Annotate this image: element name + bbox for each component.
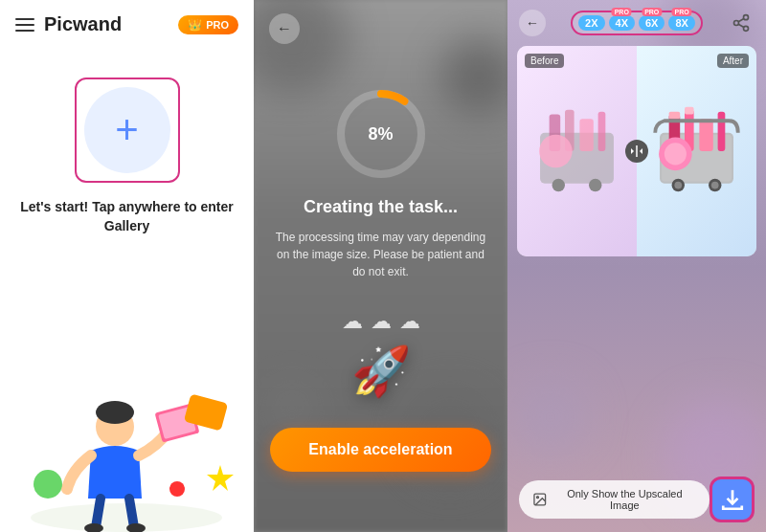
panel2-main-content: 8% Creating the task... The processing t… [254,57,507,472]
scale-option-4x[interactable]: 4X [609,15,635,31]
svg-point-23 [539,135,573,168]
svg-point-37 [674,182,682,189]
svg-point-25 [589,179,601,191]
svg-rect-33 [685,107,694,115]
before-illustration [517,46,637,256]
svg-point-15 [744,26,749,31]
svg-point-39 [711,182,719,189]
panel3-bottom-bar: Only Show the Upscaled Image [507,467,766,532]
rocket-icon: 🚀 [351,344,411,399]
panel-home: Picwand 👑 PRO + Let's start! Tap anywher… [0,0,254,532]
svg-rect-22 [598,112,606,151]
cloud-icon-3: ☁ [399,309,420,334]
back-arrow-icon: ← [277,20,292,37]
panel-result: ← 2X 4X 6X 8X [507,0,766,532]
svg-point-42 [537,497,539,499]
download-button[interactable] [710,477,755,522]
svg-point-24 [552,179,565,191]
enable-acceleration-button[interactable]: Enable acceleration [270,428,490,472]
svg-point-35 [665,143,687,165]
panel2-header: ← [254,0,507,57]
after-panel: After [637,46,756,256]
panel-processing: ← 8% Creating the task... The processing… [254,0,507,532]
svg-line-16 [738,24,744,27]
svg-rect-31 [718,112,726,151]
panel3-header: ← 2X 4X 6X 8X [507,0,766,46]
plus-icon: + [115,110,139,150]
image-icon [532,492,548,507]
creating-description: The processing time may vary depending o… [254,229,507,280]
scale-option-8x[interactable]: 8X [668,15,694,31]
panel3-back-button[interactable]: ← [519,10,546,36]
panel3-back-arrow-icon: ← [526,15,539,31]
progress-percentage: 8% [368,124,393,144]
gallery-prompt-text: Let's start! Tap anywhere to enter Galle… [19,198,235,235]
back-button[interactable]: ← [269,13,300,44]
menu-icon[interactable] [15,18,34,32]
panel1-header: Picwand 👑 PRO [0,0,254,49]
after-label: After [717,54,749,68]
add-image-button[interactable]: + [75,78,180,183]
comparison-divider[interactable] [625,140,648,163]
svg-line-17 [738,18,744,21]
progress-ring: 8% [333,86,429,182]
scale-option-6x[interactable]: 6X [639,15,665,31]
svg-point-10 [169,481,185,497]
scale-options-group: 2X 4X 6X 8X [571,11,703,35]
svg-point-8 [34,470,62,499]
crown-icon: 👑 [188,18,202,32]
creating-title: Creating the task... [304,197,458,217]
scale-option-2x[interactable]: 2X [578,15,604,31]
pro-badge[interactable]: 👑 PRO [178,15,238,34]
cloud-decorations: ☁ ☁ ☁ [342,309,420,334]
download-icon [720,487,745,512]
svg-point-2 [96,401,134,424]
before-label: Before [525,54,564,68]
svg-rect-30 [699,119,712,151]
panel1-content: + Let's start! Tap anywhere to enter Gal… [0,49,254,235]
image-comparison-area: Before [507,46,766,467]
before-panel: Before [517,46,637,256]
svg-point-14 [734,21,739,26]
svg-point-13 [744,15,749,20]
comparison-container: Before [517,46,756,256]
svg-marker-9 [207,465,234,491]
cloud-icon-1: ☁ [342,309,363,334]
svg-rect-21 [579,119,593,151]
share-button[interactable] [728,10,755,36]
add-button-inner: + [84,87,170,173]
home-illustration [0,341,254,532]
only-show-label: Only Show the Upscaled Image [553,488,697,511]
app-title: Picwand [44,13,169,35]
svg-rect-32 [669,112,681,120]
cloud-icon-2: ☁ [371,309,392,334]
only-show-upscaled-button[interactable]: Only Show the Upscaled Image [519,480,710,519]
after-illustration [637,46,756,256]
